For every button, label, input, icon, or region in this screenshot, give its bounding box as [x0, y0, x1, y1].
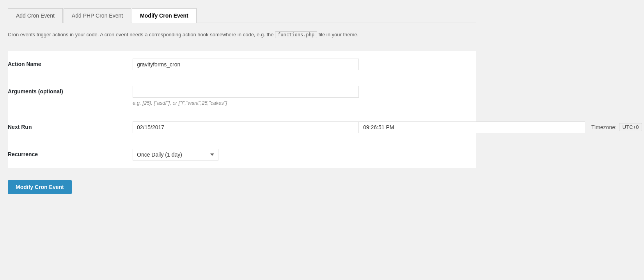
arguments-input[interactable] — [133, 86, 359, 98]
arguments-label: Arguments (optional) — [8, 86, 133, 95]
next-run-label: Next Run — [8, 121, 133, 130]
recurrence-row: Recurrence Once Daily (1 day) Twice Dail… — [8, 141, 476, 168]
action-name-label: Action Name — [8, 59, 133, 67]
tabs-container: Add Cron Event Add PHP Cron Event Modify… — [8, 8, 476, 23]
next-run-row: Next Run Timezone: UTC+0 — [8, 114, 476, 141]
tab-modify-cron-event[interactable]: Modify Cron Event — [132, 8, 197, 23]
action-name-field — [133, 59, 476, 70]
next-run-time-input[interactable] — [359, 121, 585, 133]
recurrence-label: Recurrence — [8, 149, 133, 157]
timezone-label: Timezone: UTC+0 — [591, 123, 642, 131]
recurrence-select[interactable]: Once Daily (1 day) Twice Daily (12 hours… — [133, 149, 218, 161]
action-name-row: Action Name — [8, 51, 476, 78]
arguments-row: Arguments (optional) e.g. [25], ["asdf"]… — [8, 78, 476, 114]
tab-add-cron-event[interactable]: Add Cron Event — [8, 8, 63, 23]
tab-add-php-cron-event[interactable]: Add PHP Cron Event — [64, 8, 131, 23]
modify-cron-event-button[interactable]: Modify Cron Event — [8, 180, 72, 194]
description-text: Cron events trigger actions in your code… — [8, 31, 476, 39]
arguments-field: e.g. [25], ["asdf"], or ["i","want",25,"… — [133, 86, 476, 106]
page-wrapper: Add Cron Event Add PHP Cron Event Modify… — [8, 8, 476, 194]
action-name-input[interactable] — [133, 59, 359, 70]
form-container: Action Name Arguments (optional) e.g. [2… — [8, 51, 476, 168]
timezone-badge: UTC+0 — [619, 123, 642, 131]
recurrence-field: Once Daily (1 day) Twice Daily (12 hours… — [133, 149, 476, 161]
arguments-hint: e.g. [25], ["asdf"], or ["i","want",25,"… — [133, 100, 476, 106]
next-run-date-input[interactable] — [133, 121, 359, 133]
next-run-field: Timezone: UTC+0 — [133, 121, 642, 133]
next-run-group: Timezone: UTC+0 — [133, 121, 642, 133]
